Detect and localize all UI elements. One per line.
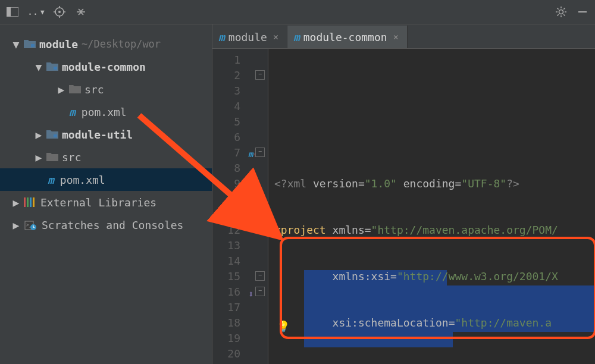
tree-scratches[interactable]: ▶ >_ Scratches and Consoles [0, 214, 212, 236]
lightbulb-icon[interactable]: 💡 [277, 319, 287, 330]
svg-rect-19 [31, 44, 35, 47]
tab-label: module [228, 31, 267, 43]
svg-point-3 [58, 11, 61, 13]
maven-icon: m [48, 174, 54, 186]
svg-line-17 [563, 8, 565, 10]
libraries-icon [24, 197, 35, 207]
tree-label: pom.xml [82, 106, 127, 118]
scratches-icon: >_ [24, 220, 36, 230]
code-area[interactable]: <?xml version="1.0" encoding="UTF-8"?> <… [268, 49, 595, 364]
collapse-icon[interactable] [74, 5, 87, 18]
tree-module-util[interactable]: ▶ module-util [0, 123, 212, 146]
maven-icon: m [293, 31, 300, 43]
tree-label: module [39, 38, 78, 51]
close-icon[interactable]: ✕ [393, 32, 399, 42]
svg-line-14 [558, 8, 559, 10]
tree-pom-1[interactable]: m pom.xml [0, 101, 212, 123]
gear-icon[interactable] [555, 5, 568, 18]
folder-icon [46, 151, 58, 164]
gutter: 1 2 3 4 5 6 7 8 9 10 11 12 13 14 15 16 1 [212, 49, 268, 364]
chevron-right-icon: ▶ [35, 128, 43, 141]
maven-icon: m [218, 31, 225, 43]
module-folder-icon [46, 128, 58, 141]
chevron-down-icon: ▼ [40, 8, 45, 16]
target-icon[interactable] [53, 5, 66, 18]
override-icon[interactable]: ⬍ [248, 287, 254, 302]
tab-label: module-common [303, 31, 387, 43]
fold-icon[interactable]: − [255, 271, 265, 281]
chevron-right-icon: ▶ [12, 219, 20, 231]
tree-label: External Libraries [40, 196, 156, 209]
tree-label: Scratches and Consoles [42, 219, 183, 231]
scope-dropdown[interactable]: ..▼ [27, 7, 45, 17]
svg-rect-21 [54, 134, 57, 137]
project-tree[interactable]: ▼ module ~/Desktop/wor ▼ module-common ▶… [0, 24, 212, 364]
tree-label: module-util [62, 128, 133, 141]
chevron-down-icon: ▼ [35, 61, 43, 73]
svg-rect-1 [7, 7, 11, 17]
chevron-right-icon: ▶ [57, 83, 65, 96]
editor-tabs: m module ✕ m module-common ✕ [212, 24, 595, 49]
code-editor[interactable]: 1 2 3 4 5 6 7 8 9 10 11 12 13 14 15 16 1 [212, 49, 595, 364]
tree-label: src [62, 151, 82, 164]
tree-src-2[interactable]: ▶ src [0, 146, 212, 168]
close-icon[interactable]: ✕ [273, 32, 278, 42]
tree-label: pom.xml [60, 174, 105, 186]
svg-line-15 [563, 14, 565, 15]
svg-line-16 [558, 14, 559, 15]
tree-label: module-common [62, 61, 146, 73]
chevron-down-icon: ▼ [12, 38, 20, 51]
chevron-right-icon: ▶ [12, 196, 20, 209]
fold-icon[interactable]: − [255, 70, 265, 80]
tree-pom-root[interactable]: m pom.xml [0, 168, 212, 191]
project-toolbar: ..▼ [0, 0, 595, 24]
fold-icon[interactable]: − [255, 287, 265, 296]
module-folder-icon [24, 38, 36, 51]
tree-src-1[interactable]: ▶ src [0, 78, 212, 101]
fold-icon[interactable]: − [255, 148, 265, 157]
svg-point-9 [559, 10, 563, 14]
tree-module-common[interactable]: ▼ module-common [0, 55, 212, 78]
tab-module-common[interactable]: m module-common ✕ [287, 26, 408, 48]
minimize-icon[interactable] [576, 5, 589, 18]
tab-module[interactable]: m module ✕ [212, 26, 287, 48]
tree-label: src [84, 83, 104, 96]
tree-path: ~/Desktop/wor [82, 38, 161, 50]
maven-icon: m [69, 106, 76, 118]
tree-external-libraries[interactable]: ▶ External Libraries [0, 191, 212, 214]
view-mode-icon[interactable] [6, 5, 19, 18]
svg-rect-20 [54, 67, 57, 70]
chevron-right-icon: ▶ [35, 151, 43, 164]
tree-root-module[interactable]: ▼ module ~/Desktop/wor [0, 33, 212, 55]
module-folder-icon [46, 61, 58, 73]
folder-icon [69, 83, 81, 96]
